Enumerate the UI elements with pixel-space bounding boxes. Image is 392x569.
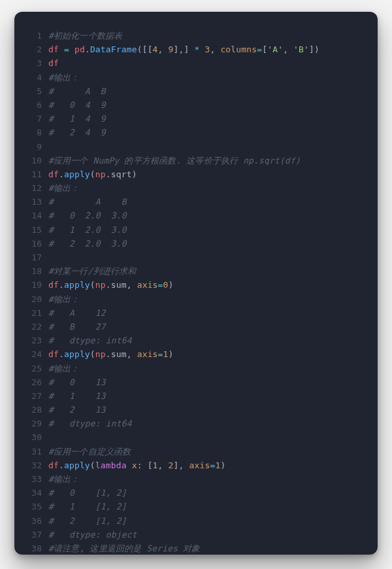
token-param: columns <box>220 44 257 54</box>
code-content: df = pd.DataFrame([[4, 9],] * 3, columns… <box>48 43 319 56</box>
token-var: pd <box>74 44 85 54</box>
token-punct: . <box>106 280 111 290</box>
token-comment: #输出： <box>48 73 79 82</box>
code-line: 31#应用一个自定义函数 <box>14 445 378 458</box>
token-call: apply <box>64 349 90 359</box>
code-content: # A B <box>48 84 106 98</box>
token-str: 'A' <box>267 44 283 54</box>
token-comment: #输出： <box>48 294 79 304</box>
token-comment: # 0 [1, 2] <box>48 488 127 498</box>
code-content: df <box>48 56 59 70</box>
line-number: 38 <box>14 542 48 555</box>
token-param: axis <box>137 349 158 359</box>
token-comment: #请注意, 这里返回的是 Series 对象 <box>48 543 200 553</box>
token-param: axis <box>189 460 210 470</box>
token-num: 0 <box>163 280 169 290</box>
token-punct: . <box>59 169 64 179</box>
token-comment: #输出： <box>48 474 79 484</box>
token-comment: # 1 2.0 3.0 <box>48 225 127 235</box>
token-num: 9 <box>169 44 174 54</box>
token-comment: # 1 13 <box>48 391 106 401</box>
code-line: 37# dtype: object <box>14 528 378 542</box>
code-content: #输出： <box>48 181 79 195</box>
token-plain: sum <box>111 349 127 359</box>
code-line: 29# dtype: int64 <box>14 417 378 430</box>
code-line: 12#输出： <box>14 181 378 195</box>
token-comment: #输出： <box>48 364 79 373</box>
code-line: 11df.apply(np.sqrt) <box>14 167 378 181</box>
token-call: apply <box>64 460 90 470</box>
line-number: 13 <box>14 195 48 209</box>
line-number: 36 <box>14 514 48 528</box>
code-content: # 0 [1, 2] <box>48 486 127 500</box>
token-plain: sqrt <box>111 169 132 179</box>
token-punct: ) <box>132 169 137 179</box>
line-number: 30 <box>14 430 48 444</box>
code-content: #应用一个自定义函数 <box>48 445 131 458</box>
line-number: 7 <box>14 112 48 126</box>
line-number: 27 <box>14 389 48 403</box>
code-line: 36# 2 [1, 2] <box>14 514 378 528</box>
code-line: 26# 0 13 <box>14 375 378 389</box>
token-var: df <box>48 460 59 470</box>
code-line: 17 <box>14 250 378 264</box>
token-punct: ) <box>169 349 174 359</box>
token-punct: ( <box>90 460 95 470</box>
code-line: 5# A B <box>14 84 378 98</box>
code-content: # 0 2.0 3.0 <box>48 209 127 222</box>
token-punct: ) <box>220 460 225 470</box>
token-op: = <box>158 349 163 359</box>
line-number: 16 <box>14 237 48 250</box>
token-num: 2 <box>169 460 174 470</box>
code-line: 15# 1 2.0 3.0 <box>14 223 378 237</box>
code-line: 32df.apply(lambda x: [1, 2], axis=1) <box>14 458 378 472</box>
token-call: DataFrame <box>90 44 137 54</box>
token-punct: ], <box>174 460 189 470</box>
code-content: #应用一个 NumPy 的平方根函数. 这等价于执行 np.sqrt(df) <box>48 154 301 167</box>
code-line: 13# A B <box>14 195 378 209</box>
line-number: 20 <box>14 292 48 306</box>
token-var: df <box>48 169 59 179</box>
code-content: # 2 13 <box>48 403 106 417</box>
code-line: 28# 2 13 <box>14 403 378 417</box>
line-number: 5 <box>14 84 48 98</box>
code-content: df.apply(np.sum, axis=0) <box>48 278 174 292</box>
code-line: 1#初始化一个数据表 <box>14 29 378 43</box>
token-op: = <box>158 280 163 290</box>
token-comment: # dtype: int64 <box>48 419 132 428</box>
line-number: 29 <box>14 417 48 430</box>
token-punct: , <box>158 44 169 54</box>
line-number: 1 <box>14 29 48 43</box>
line-number: 4 <box>14 71 48 84</box>
token-punct: ( <box>90 169 95 179</box>
code-line: 19df.apply(np.sum, axis=0) <box>14 278 378 292</box>
token-var: df <box>48 280 59 290</box>
token-comment: #应用一个 NumPy 的平方根函数. 这等价于执行 np.sqrt(df) <box>48 156 301 165</box>
code-line: 24df.apply(np.sum, axis=1) <box>14 347 378 361</box>
line-number: 12 <box>14 181 48 195</box>
code-line: 18#对某一行/列进行求和 <box>14 264 378 278</box>
token-kw: lambda <box>95 460 127 470</box>
token-punct: , <box>210 44 220 54</box>
code-line: 2df = pd.DataFrame([[4, 9],] * 3, column… <box>14 43 378 56</box>
token-comment: # 2 4 9 <box>48 128 106 137</box>
code-content: #输出： <box>48 472 79 486</box>
token-comment: # dtype: object <box>48 530 137 540</box>
line-number: 6 <box>14 98 48 112</box>
token-comment: # 1 4 9 <box>48 114 106 124</box>
code-line: 8# 2 4 9 <box>14 126 378 139</box>
token-comment: # A 12 <box>48 308 106 318</box>
token-punct: ( <box>90 280 95 290</box>
token-punct: . <box>59 280 64 290</box>
line-number: 21 <box>14 306 48 320</box>
line-number: 31 <box>14 445 48 458</box>
code-content: #输出： <box>48 362 79 375</box>
code-content: # 0 13 <box>48 375 106 389</box>
token-punct: ]) <box>309 44 319 54</box>
token-comment: # 0 4 9 <box>48 100 106 110</box>
token-comment: # dtype: int64 <box>48 336 132 345</box>
line-number: 25 <box>14 362 48 375</box>
token-num: 1 <box>153 460 158 470</box>
code-content: #对某一行/列进行求和 <box>48 264 136 278</box>
token-comment: #输出： <box>48 183 79 193</box>
